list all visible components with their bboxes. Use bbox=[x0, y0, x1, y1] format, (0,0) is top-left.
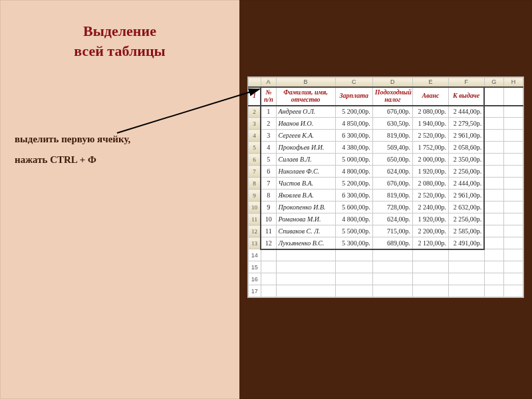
row-number[interactable]: 15 bbox=[249, 261, 261, 273]
cell[interactable] bbox=[484, 142, 503, 154]
cell[interactable] bbox=[484, 237, 503, 249]
cell[interactable] bbox=[276, 285, 335, 297]
cell-name[interactable]: Прокофьев И.И. bbox=[276, 142, 335, 154]
cell-num[interactable]: 10 bbox=[261, 213, 276, 225]
cell[interactable] bbox=[372, 261, 412, 273]
col-header-G[interactable]: G bbox=[484, 78, 503, 87]
cell-tax[interactable]: 630,50р. bbox=[372, 118, 412, 130]
cell-salary[interactable]: 4 800,00р. bbox=[335, 166, 372, 178]
cell-num[interactable]: 6 bbox=[261, 166, 276, 178]
cell[interactable] bbox=[484, 261, 503, 273]
cell-salary[interactable]: 5 500,00р. bbox=[335, 225, 372, 237]
cell[interactable] bbox=[503, 130, 523, 142]
select-all-corner[interactable] bbox=[249, 78, 261, 87]
cell[interactable] bbox=[372, 249, 412, 261]
cell[interactable] bbox=[335, 273, 372, 285]
row-number[interactable]: 12 bbox=[249, 225, 261, 237]
cell[interactable] bbox=[503, 166, 523, 178]
cell[interactable] bbox=[484, 130, 503, 142]
cell-num[interactable]: 3 bbox=[261, 130, 276, 142]
cell-name[interactable]: Романова М.И. bbox=[276, 213, 335, 225]
cell[interactable] bbox=[484, 166, 503, 178]
cell[interactable] bbox=[484, 273, 503, 285]
cell-name[interactable]: Прокопенко И.В. bbox=[276, 201, 335, 213]
col-header-H[interactable]: H bbox=[503, 78, 523, 87]
cell-advance[interactable]: 1 940,00р. bbox=[412, 118, 448, 130]
cell-payout[interactable]: 2 961,00р. bbox=[448, 130, 484, 142]
cell[interactable] bbox=[503, 106, 523, 118]
cell[interactable] bbox=[448, 285, 484, 297]
cell-num[interactable]: 9 bbox=[261, 201, 276, 213]
cell[interactable] bbox=[503, 213, 523, 225]
cell-salary[interactable]: 4 800,00р. bbox=[335, 213, 372, 225]
row-number[interactable]: 1 bbox=[249, 87, 261, 106]
cell-name[interactable]: Силаев В.Л. bbox=[276, 154, 335, 166]
cell-payout[interactable]: 2 350,00р. bbox=[448, 154, 484, 166]
cell-advance[interactable]: 2 000,00р. bbox=[412, 154, 448, 166]
cell-salary[interactable]: 6 300,00р. bbox=[335, 130, 372, 142]
cell[interactable] bbox=[412, 249, 448, 261]
cell[interactable] bbox=[276, 249, 335, 261]
cell[interactable] bbox=[503, 237, 523, 249]
cell-payout[interactable]: 2 279,50р. bbox=[448, 118, 484, 130]
cell[interactable] bbox=[412, 261, 448, 273]
cell-payout[interactable]: 2 256,00р. bbox=[448, 166, 484, 178]
cell[interactable] bbox=[484, 190, 503, 201]
col-header-E[interactable]: E bbox=[412, 78, 448, 87]
cell-salary[interactable]: 5 000,00р. bbox=[335, 154, 372, 166]
cell-name[interactable]: Яковлев В.А. bbox=[276, 190, 335, 201]
cell[interactable] bbox=[484, 87, 503, 106]
cell-tax[interactable]: 624,00р. bbox=[372, 166, 412, 178]
cell-name[interactable]: Николаев Ф.С. bbox=[276, 166, 335, 178]
row-number[interactable]: 10 bbox=[249, 201, 261, 213]
cell[interactable] bbox=[503, 190, 523, 201]
cell[interactable] bbox=[503, 285, 523, 297]
cell[interactable] bbox=[261, 261, 276, 273]
cell-num[interactable]: 1 bbox=[261, 106, 276, 118]
cell-num[interactable]: 7 bbox=[261, 178, 276, 190]
cell-tax[interactable]: 676,00р. bbox=[372, 106, 412, 118]
row-number[interactable]: 5 bbox=[249, 142, 261, 154]
cell-salary[interactable]: 6 300,00р. bbox=[335, 190, 372, 201]
cell-name[interactable]: Спиваков С. Л. bbox=[276, 225, 335, 237]
cell-advance[interactable]: 2 200,00р. bbox=[412, 225, 448, 237]
cell[interactable] bbox=[484, 285, 503, 297]
cell-advance[interactable]: 1 920,00р. bbox=[412, 213, 448, 225]
cell-advance[interactable]: 2 240,00р. bbox=[412, 201, 448, 213]
cell-payout[interactable]: 2 444,00р. bbox=[448, 178, 484, 190]
col-header-B[interactable]: B bbox=[276, 78, 335, 87]
cell[interactable] bbox=[335, 261, 372, 273]
cell-payout[interactable]: 2 961,00р. bbox=[448, 190, 484, 201]
cell[interactable] bbox=[484, 213, 503, 225]
cell[interactable] bbox=[448, 249, 484, 261]
cell[interactable] bbox=[335, 285, 372, 297]
cell-salary[interactable]: 5 300,00р. bbox=[335, 237, 372, 249]
cell[interactable] bbox=[261, 249, 276, 261]
cell-salary[interactable]: 5 200,00р. bbox=[335, 106, 372, 118]
cell-payout[interactable]: 2 058,60р. bbox=[448, 142, 484, 154]
cell[interactable] bbox=[448, 261, 484, 273]
cell[interactable] bbox=[484, 178, 503, 190]
cell-advance[interactable]: 2 520,00р. bbox=[412, 190, 448, 201]
cell[interactable] bbox=[335, 249, 372, 261]
cell[interactable] bbox=[503, 273, 523, 285]
row-number[interactable]: 11 bbox=[249, 213, 261, 225]
cell[interactable] bbox=[503, 154, 523, 166]
cell-salary[interactable]: 5 600,00р. bbox=[335, 201, 372, 213]
cell-tax[interactable]: 689,00р. bbox=[372, 237, 412, 249]
row-number[interactable]: 3 bbox=[249, 118, 261, 130]
cell[interactable] bbox=[484, 118, 503, 130]
cell[interactable] bbox=[503, 178, 523, 190]
cell-advance[interactable]: 2 080,00р. bbox=[412, 178, 448, 190]
cell-payout[interactable]: 2 632,00р. bbox=[448, 201, 484, 213]
cell[interactable] bbox=[503, 142, 523, 154]
cell[interactable] bbox=[503, 201, 523, 213]
header-advance[interactable]: Аванс bbox=[412, 87, 448, 106]
row-number[interactable]: 16 bbox=[249, 273, 261, 285]
cell-salary[interactable]: 5 200,00р. bbox=[335, 178, 372, 190]
header-payout[interactable]: К выдаче bbox=[448, 87, 484, 106]
row-number[interactable]: 8 bbox=[249, 178, 261, 190]
cell[interactable] bbox=[503, 87, 523, 106]
row-number[interactable]: 6 bbox=[249, 154, 261, 166]
header-name[interactable]: Фамилия, имя, отчество bbox=[276, 87, 335, 106]
